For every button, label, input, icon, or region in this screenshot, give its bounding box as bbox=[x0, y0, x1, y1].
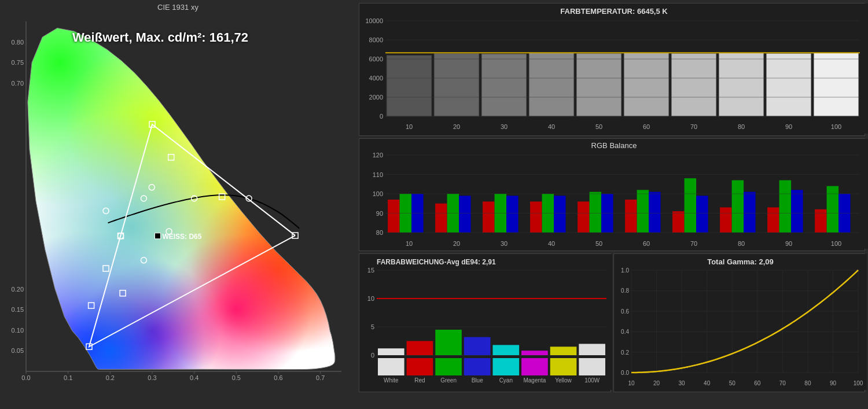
farbtemperatur-canvas bbox=[359, 3, 868, 134]
left-panel: CIE 1931 xy bbox=[0, 0, 356, 409]
farbabweichung-chart: FARBABWEICHUNG-Avg dE94: 2,91 bbox=[359, 253, 611, 392]
gamma-canvas bbox=[614, 254, 867, 390]
cie-canvas-container bbox=[3, 13, 350, 395]
cie-diagram-canvas bbox=[3, 13, 350, 392]
right-panel: FARBTEMPERATUR: 6645,5 K RGB Balance FAR… bbox=[356, 0, 868, 409]
rgb-canvas bbox=[359, 139, 868, 249]
main-container: CIE 1931 xy FARBTEMPERATUR: 6645,5 K RGB… bbox=[0, 0, 868, 409]
gamma-chart: Total Gamma: 2,09 bbox=[613, 253, 866, 392]
farbabweichung-canvas bbox=[359, 254, 612, 390]
bottom-row: FARBABWEICHUNG-Avg dE94: 2,91 Total Gamm… bbox=[359, 253, 865, 392]
farbtemperatur-chart: FARBTEMPERATUR: 6645,5 K bbox=[359, 3, 865, 136]
rgb-balance-chart: RGB Balance bbox=[359, 138, 865, 251]
cie-title: CIE 1931 xy bbox=[3, 3, 353, 12]
